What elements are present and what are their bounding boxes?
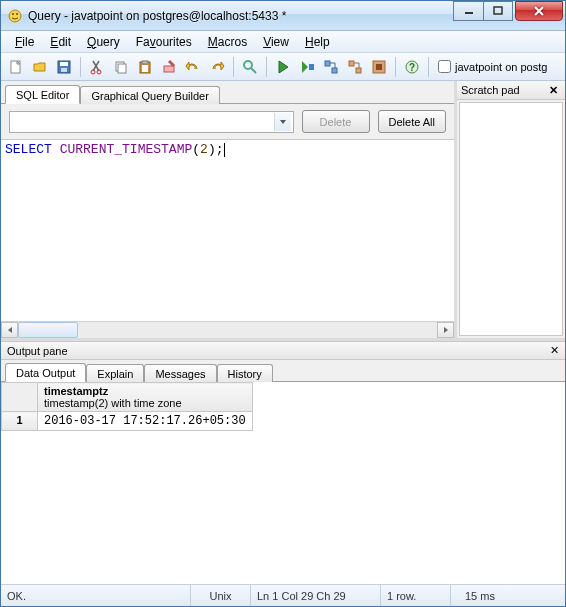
- new-icon[interactable]: [5, 56, 27, 78]
- execute-pgscript-icon[interactable]: [296, 56, 318, 78]
- editor-tabs: SQL Editor Graphical Query Builder: [1, 81, 454, 104]
- close-button[interactable]: [515, 1, 563, 21]
- tab-sql-editor[interactable]: SQL Editor: [5, 85, 80, 104]
- editor-panel: SQL Editor Graphical Query Builder Delet…: [1, 81, 457, 338]
- copy-icon[interactable]: [110, 56, 132, 78]
- minimize-button[interactable]: [453, 1, 483, 21]
- connection-checkbox[interactable]: [438, 60, 451, 73]
- app-icon: [7, 8, 23, 24]
- status-ok: OK.: [1, 585, 191, 606]
- delete-all-button[interactable]: Delete All: [378, 110, 446, 133]
- output-close-icon[interactable]: ✕: [550, 344, 559, 357]
- scratch-close-icon[interactable]: ✕: [546, 84, 561, 97]
- chevron-down-icon: [274, 113, 291, 131]
- tab-history[interactable]: History: [217, 364, 273, 382]
- svg-rect-3: [465, 12, 473, 14]
- title-bar: Query - javatpoint on postgres@localhost…: [1, 1, 565, 31]
- svg-point-2: [16, 13, 18, 15]
- output-pane-header: Output pane ✕: [1, 341, 565, 360]
- scroll-track[interactable]: [18, 322, 437, 338]
- status-encoding: Unix: [191, 585, 251, 606]
- svg-rect-4: [494, 7, 502, 14]
- scroll-thumb[interactable]: [18, 322, 78, 338]
- menu-view[interactable]: View: [255, 33, 297, 51]
- scratch-title: Scratch pad: [461, 84, 520, 96]
- svg-rect-19: [325, 61, 330, 66]
- menu-macros[interactable]: Macros: [200, 33, 255, 51]
- editor-horizontal-scrollbar[interactable]: [1, 321, 454, 338]
- explain-analyze-icon[interactable]: [344, 56, 366, 78]
- tab-data-output[interactable]: Data Output: [5, 363, 86, 382]
- svg-rect-24: [376, 64, 382, 70]
- open-icon[interactable]: [29, 56, 51, 78]
- svg-point-1: [12, 13, 14, 15]
- scroll-right-icon[interactable]: [437, 322, 454, 338]
- editor-controls: Delete Delete All: [1, 104, 454, 140]
- status-cursor: Ln 1 Col 29 Ch 29: [251, 585, 381, 606]
- connection-label: javatpoint on postg: [455, 61, 547, 73]
- undo-icon[interactable]: [182, 56, 204, 78]
- result-table: timestamptz timestamp(2) with time zone …: [1, 382, 253, 431]
- column-header[interactable]: timestamptz timestamp(2) with time zone: [38, 383, 253, 412]
- cut-icon[interactable]: [86, 56, 108, 78]
- svg-rect-21: [349, 61, 354, 66]
- maximize-button[interactable]: [483, 1, 513, 21]
- execute-icon[interactable]: [272, 56, 294, 78]
- menu-help[interactable]: Help: [297, 33, 338, 51]
- find-icon[interactable]: [239, 56, 261, 78]
- svg-rect-22: [356, 68, 361, 73]
- status-bar: OK. Unix Ln 1 Col 29 Ch 29 1 row. 15 ms: [1, 584, 565, 606]
- sql-text[interactable]: SELECT CURRENT_TIMESTAMP(2);: [1, 140, 454, 159]
- table-header-row: timestamptz timestamp(2) with time zone: [2, 383, 253, 412]
- svg-rect-14: [142, 61, 148, 64]
- tab-graphical-query-builder[interactable]: Graphical Query Builder: [80, 86, 219, 104]
- cell-value[interactable]: 2016-03-17 17:52:17.26+05:30: [38, 412, 253, 431]
- svg-rect-15: [142, 65, 148, 72]
- svg-rect-16: [164, 66, 174, 72]
- output-pane: Data Output Explain Messages History tim…: [1, 360, 565, 584]
- output-tabs: Data Output Explain Messages History: [1, 360, 565, 382]
- svg-rect-12: [118, 64, 126, 73]
- tab-explain[interactable]: Explain: [86, 364, 144, 382]
- menu-favourites[interactable]: Favourites: [128, 33, 200, 51]
- window-controls: [453, 1, 563, 21]
- table-corner: [2, 383, 38, 412]
- result-grid[interactable]: timestamptz timestamp(2) with time zone …: [1, 382, 565, 584]
- main-area: SQL Editor Graphical Query Builder Delet…: [1, 81, 565, 606]
- scratch-body[interactable]: [459, 102, 563, 336]
- menu-query[interactable]: Query: [79, 33, 128, 51]
- svg-rect-7: [60, 62, 68, 66]
- scroll-left-icon[interactable]: [1, 322, 18, 338]
- paste-icon[interactable]: [134, 56, 156, 78]
- svg-rect-8: [61, 68, 67, 72]
- tab-messages[interactable]: Messages: [144, 364, 216, 382]
- toolbar: ? javatpoint on postg: [1, 53, 565, 81]
- table-row[interactable]: 1 2016-03-17 17:52:17.26+05:30: [2, 412, 253, 431]
- cancel-icon[interactable]: [368, 56, 390, 78]
- explain-icon[interactable]: [320, 56, 342, 78]
- delete-button[interactable]: Delete: [302, 110, 370, 133]
- output-pane-title: Output pane: [7, 345, 68, 357]
- previous-queries-dropdown[interactable]: [9, 111, 294, 133]
- svg-text:?: ?: [409, 62, 415, 73]
- scratch-header: Scratch pad ✕: [457, 81, 565, 100]
- connection-selector[interactable]: javatpoint on postg: [434, 60, 551, 73]
- menu-bar: File Edit Query Favourites Macros View H…: [1, 31, 565, 53]
- menu-file[interactable]: File: [7, 33, 42, 51]
- window-title: Query - javatpoint on postgres@localhost…: [28, 9, 453, 23]
- svg-point-0: [9, 10, 21, 22]
- svg-rect-20: [332, 68, 337, 73]
- clear-icon[interactable]: [158, 56, 180, 78]
- menu-edit[interactable]: Edit: [42, 33, 79, 51]
- redo-icon[interactable]: [206, 56, 228, 78]
- status-time: 15 ms: [451, 585, 565, 606]
- help-icon[interactable]: ?: [401, 56, 423, 78]
- sql-editor[interactable]: SELECT CURRENT_TIMESTAMP(2);: [1, 140, 454, 321]
- scratch-panel: Scratch pad ✕: [457, 81, 565, 338]
- app-window: Query - javatpoint on postgres@localhost…: [0, 0, 566, 607]
- row-number[interactable]: 1: [2, 412, 38, 431]
- status-rows: 1 row.: [381, 585, 451, 606]
- save-icon[interactable]: [53, 56, 75, 78]
- text-caret: [224, 143, 225, 157]
- svg-rect-18: [309, 64, 314, 70]
